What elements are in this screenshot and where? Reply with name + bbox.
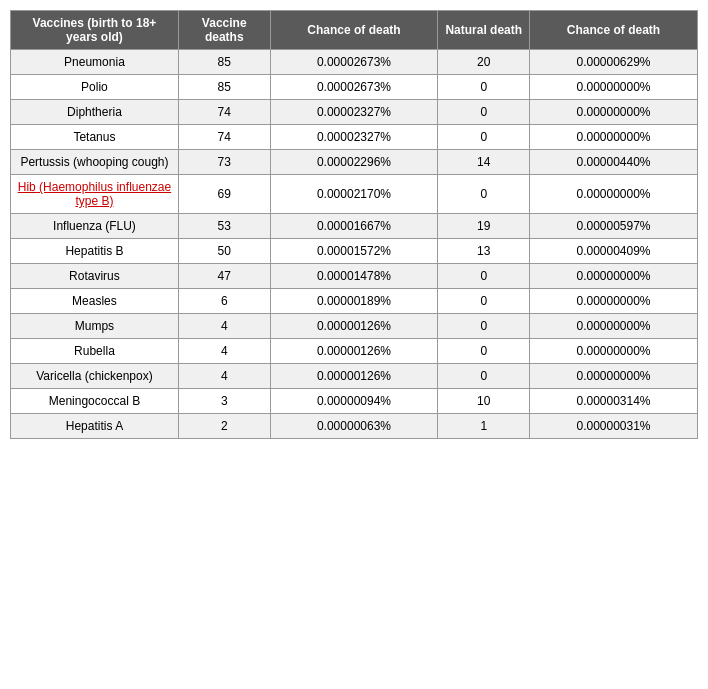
cell-vaccine: Pneumonia bbox=[11, 50, 179, 75]
cell-natural: 0 bbox=[438, 289, 530, 314]
cell-chance2: 0.00000031% bbox=[530, 414, 698, 439]
cell-deaths: 4 bbox=[178, 364, 270, 389]
cell-vaccine: Varicella (chickenpox) bbox=[11, 364, 179, 389]
cell-chance1: 0.00002327% bbox=[270, 100, 438, 125]
cell-vaccine: Rubella bbox=[11, 339, 179, 364]
cell-chance1: 0.00000189% bbox=[270, 289, 438, 314]
cell-vaccine: Hepatitis A bbox=[11, 414, 179, 439]
header-deaths: Vaccine deaths bbox=[178, 11, 270, 50]
cell-chance2: 0.00000000% bbox=[530, 339, 698, 364]
table-row: Mumps40.00000126%00.00000000% bbox=[11, 314, 698, 339]
cell-chance1: 0.00002673% bbox=[270, 75, 438, 100]
cell-deaths: 3 bbox=[178, 389, 270, 414]
cell-chance1: 0.00002170% bbox=[270, 175, 438, 214]
table-row: Hepatitis B500.00001572%130.00000409% bbox=[11, 239, 698, 264]
cell-natural: 0 bbox=[438, 339, 530, 364]
cell-natural: 0 bbox=[438, 75, 530, 100]
table-body: Pneumonia850.00002673%200.00000629%Polio… bbox=[11, 50, 698, 439]
cell-natural: 14 bbox=[438, 150, 530, 175]
cell-vaccine: Measles bbox=[11, 289, 179, 314]
cell-chance2: 0.00000314% bbox=[530, 389, 698, 414]
cell-chance2: 0.00000000% bbox=[530, 364, 698, 389]
cell-chance1: 0.00000126% bbox=[270, 364, 438, 389]
cell-vaccine: Polio bbox=[11, 75, 179, 100]
cell-vaccine: Pertussis (whooping cough) bbox=[11, 150, 179, 175]
header-row: Vaccines (birth to 18+ years old) Vaccin… bbox=[11, 11, 698, 50]
cell-vaccine: Hepatitis B bbox=[11, 239, 179, 264]
cell-chance1: 0.00000094% bbox=[270, 389, 438, 414]
table-row: Diphtheria740.00002327%00.00000000% bbox=[11, 100, 698, 125]
cell-deaths: 74 bbox=[178, 125, 270, 150]
cell-chance1: 0.00002296% bbox=[270, 150, 438, 175]
cell-deaths: 50 bbox=[178, 239, 270, 264]
header-vaccine: Vaccines (birth to 18+ years old) bbox=[11, 11, 179, 50]
table-row: Polio850.00002673%00.00000000% bbox=[11, 75, 698, 100]
cell-deaths: 4 bbox=[178, 339, 270, 364]
cell-chance2: 0.00000000% bbox=[530, 125, 698, 150]
cell-deaths: 85 bbox=[178, 75, 270, 100]
cell-chance1: 0.00001667% bbox=[270, 214, 438, 239]
cell-vaccine: Rotavirus bbox=[11, 264, 179, 289]
cell-chance2: 0.00000000% bbox=[530, 175, 698, 214]
cell-vaccine: Mumps bbox=[11, 314, 179, 339]
cell-chance2: 0.00000409% bbox=[530, 239, 698, 264]
cell-chance1: 0.00000126% bbox=[270, 314, 438, 339]
cell-vaccine: Influenza (FLU) bbox=[11, 214, 179, 239]
cell-deaths: 73 bbox=[178, 150, 270, 175]
cell-vaccine: Hib (Haemophilus influenzae type B) bbox=[11, 175, 179, 214]
cell-chance2: 0.00000000% bbox=[530, 289, 698, 314]
cell-deaths: 85 bbox=[178, 50, 270, 75]
cell-chance1: 0.00001478% bbox=[270, 264, 438, 289]
cell-vaccine: Tetanus bbox=[11, 125, 179, 150]
cell-deaths: 69 bbox=[178, 175, 270, 214]
table-row: Rotavirus470.00001478%00.00000000% bbox=[11, 264, 698, 289]
cell-natural: 13 bbox=[438, 239, 530, 264]
hib-link[interactable]: Hib (Haemophilus influenzae type B) bbox=[18, 180, 171, 208]
table-row: Pneumonia850.00002673%200.00000629% bbox=[11, 50, 698, 75]
cell-chance2: 0.00000000% bbox=[530, 100, 698, 125]
cell-deaths: 53 bbox=[178, 214, 270, 239]
cell-natural: 0 bbox=[438, 175, 530, 214]
cell-chance1: 0.00002673% bbox=[270, 50, 438, 75]
cell-natural: 10 bbox=[438, 389, 530, 414]
cell-chance1: 0.00000063% bbox=[270, 414, 438, 439]
cell-natural: 20 bbox=[438, 50, 530, 75]
cell-natural: 0 bbox=[438, 125, 530, 150]
cell-deaths: 6 bbox=[178, 289, 270, 314]
table-row: Hib (Haemophilus influenzae type B)690.0… bbox=[11, 175, 698, 214]
cell-natural: 19 bbox=[438, 214, 530, 239]
table-row: Varicella (chickenpox)40.00000126%00.000… bbox=[11, 364, 698, 389]
cell-vaccine: Meningococcal B bbox=[11, 389, 179, 414]
cell-chance1: 0.00001572% bbox=[270, 239, 438, 264]
cell-chance2: 0.00000000% bbox=[530, 75, 698, 100]
cell-chance1: 0.00002327% bbox=[270, 125, 438, 150]
table-row: Rubella40.00000126%00.00000000% bbox=[11, 339, 698, 364]
table-row: Tetanus740.00002327%00.00000000% bbox=[11, 125, 698, 150]
cell-chance1: 0.00000126% bbox=[270, 339, 438, 364]
cell-natural: 1 bbox=[438, 414, 530, 439]
cell-natural: 0 bbox=[438, 364, 530, 389]
cell-chance2: 0.00000629% bbox=[530, 50, 698, 75]
cell-chance2: 0.00000000% bbox=[530, 264, 698, 289]
table-row: Influenza (FLU)530.00001667%190.00000597… bbox=[11, 214, 698, 239]
cell-vaccine: Diphtheria bbox=[11, 100, 179, 125]
header-chance1: Chance of death bbox=[270, 11, 438, 50]
table-row: Measles60.00000189%00.00000000% bbox=[11, 289, 698, 314]
cell-natural: 0 bbox=[438, 264, 530, 289]
cell-natural: 0 bbox=[438, 314, 530, 339]
cell-deaths: 47 bbox=[178, 264, 270, 289]
vaccine-table: Vaccines (birth to 18+ years old) Vaccin… bbox=[10, 10, 698, 439]
cell-chance2: 0.00000440% bbox=[530, 150, 698, 175]
cell-deaths: 74 bbox=[178, 100, 270, 125]
table-row: Meningococcal B30.00000094%100.00000314% bbox=[11, 389, 698, 414]
cell-natural: 0 bbox=[438, 100, 530, 125]
table-row: Pertussis (whooping cough)730.00002296%1… bbox=[11, 150, 698, 175]
header-natural: Natural death bbox=[438, 11, 530, 50]
table-row: Hepatitis A20.00000063%10.00000031% bbox=[11, 414, 698, 439]
cell-chance2: 0.00000597% bbox=[530, 214, 698, 239]
cell-deaths: 4 bbox=[178, 314, 270, 339]
cell-chance2: 0.00000000% bbox=[530, 314, 698, 339]
header-chance2: Chance of death bbox=[530, 11, 698, 50]
cell-deaths: 2 bbox=[178, 414, 270, 439]
